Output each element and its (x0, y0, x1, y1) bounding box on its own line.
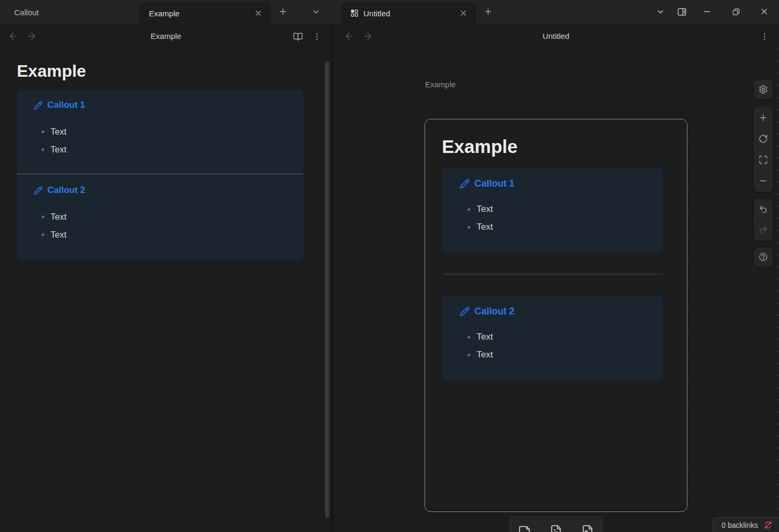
sync-disabled-icon[interactable] (764, 520, 773, 529)
callout-block: Callout 2 Text Text (442, 295, 663, 380)
bullet-icon (468, 208, 470, 211)
scrollbar[interactable] (325, 62, 329, 518)
callout-title-text: Callout 2 (47, 185, 85, 196)
tab-bar: Callout Example Untitled (0, 0, 779, 24)
bullet-icon (468, 354, 470, 356)
pane-title: Untitled (333, 24, 779, 48)
zoom-in-button[interactable] (754, 107, 773, 128)
more-options-icon[interactable] (758, 30, 771, 43)
callout-title: Callout 1 (460, 178, 651, 189)
tab-callout[interactable]: Callout (0, 0, 138, 24)
right-sidebar-toggle-button[interactable] (674, 4, 689, 19)
tab-label: Example (149, 9, 179, 18)
bullet-icon (42, 233, 44, 236)
callout-title-text: Callout 1 (474, 178, 514, 189)
pencil-icon (34, 101, 43, 110)
tab-label: Untitled (363, 9, 390, 18)
note-pane: Example Example (0, 24, 332, 532)
bullet-list: Text Text (34, 208, 291, 243)
callout-title: Callout 2 (34, 185, 291, 196)
canvas-toolbar (509, 516, 603, 532)
callout-title-text: Callout 1 (47, 99, 85, 111)
restore-window-button[interactable] (729, 4, 743, 19)
close-icon[interactable] (457, 7, 470, 19)
new-tab-button[interactable] (276, 4, 290, 19)
more-options-icon[interactable] (310, 30, 323, 43)
pencil-icon (460, 306, 470, 316)
canvas-icon (350, 9, 359, 17)
canvas-settings-group (754, 80, 773, 99)
zoom-to-fit-button[interactable] (754, 149, 773, 170)
pane-title: Example (0, 24, 332, 48)
close-icon[interactable] (252, 7, 265, 19)
reset-zoom-button[interactable] (754, 128, 773, 149)
canvas-pane: Untitled Example Example (333, 24, 779, 532)
bullet-list: Text Text (34, 122, 291, 158)
callout-block[interactable]: Callout 1 Text Text (17, 89, 303, 173)
bullet-icon (42, 216, 44, 218)
tab-list-chevron-icon[interactable] (308, 4, 323, 19)
list-item: Text (460, 328, 651, 346)
canvas-node-label: Example (425, 80, 456, 89)
obsidian-window: Callout Example Untitled (0, 0, 779, 532)
card-heading: Example (442, 135, 687, 158)
list-item: Text (460, 218, 651, 236)
add-media-button[interactable] (580, 524, 595, 532)
canvas-pane-header: Untitled (333, 24, 779, 48)
canvas-surface[interactable]: Example Example Callout 1 (333, 48, 779, 532)
list-item: Text (460, 346, 651, 364)
bullet-list: Text Text (460, 328, 651, 364)
backlinks-count[interactable]: 0 backlinks (722, 521, 758, 529)
list-item: Text (34, 140, 291, 158)
callout-block: Callout 1 Text Text (442, 168, 663, 252)
minimize-button[interactable] (700, 4, 714, 19)
callout-title: Callout 2 (460, 305, 651, 317)
canvas-node-card[interactable]: Example Callout 1 Text T (424, 119, 687, 512)
window-menu-chevron-icon[interactable] (653, 4, 667, 19)
tab-untitled[interactable]: Untitled (341, 2, 476, 24)
list-item: Text (34, 122, 291, 140)
callout-title-text: Callout 2 (474, 305, 514, 317)
add-card-button[interactable] (517, 524, 532, 532)
reading-view-icon[interactable] (291, 30, 304, 43)
undo-button[interactable] (754, 199, 773, 220)
workspace: Example Example (0, 24, 779, 532)
tab-label: Callout (14, 8, 39, 17)
canvas-zoom-group (754, 107, 773, 192)
pencil-icon (460, 179, 470, 189)
bullet-icon (468, 226, 470, 229)
canvas-settings-button[interactable] (754, 80, 773, 99)
bullet-icon (42, 148, 44, 151)
bullet-icon (42, 130, 44, 133)
list-item: Text (34, 226, 291, 243)
callout-block[interactable]: Callout 2 Text Text (17, 175, 303, 260)
bullet-list: Text Text (460, 200, 651, 236)
redo-button[interactable] (754, 220, 773, 241)
note-heading: Example (17, 59, 303, 83)
list-item: Text (34, 208, 291, 226)
close-window-button[interactable] (757, 4, 772, 19)
canvas-history-group (754, 199, 773, 241)
help-button[interactable] (754, 248, 773, 267)
status-bar: 0 backlinks (713, 517, 779, 532)
horizontal-rule (443, 274, 663, 274)
bullet-icon (468, 336, 470, 339)
tab-example[interactable]: Example (138, 2, 271, 24)
pencil-icon (34, 186, 43, 195)
canvas-help-group (754, 248, 773, 267)
note-editor[interactable]: Example Callout 1 Text Text (17, 48, 303, 260)
callout-title: Callout 1 (34, 99, 291, 111)
zoom-out-button[interactable] (754, 170, 773, 191)
list-item: Text (460, 200, 651, 218)
new-tab-button[interactable] (481, 4, 495, 19)
add-note-button[interactable] (548, 524, 564, 532)
note-pane-header: Example (0, 24, 332, 48)
